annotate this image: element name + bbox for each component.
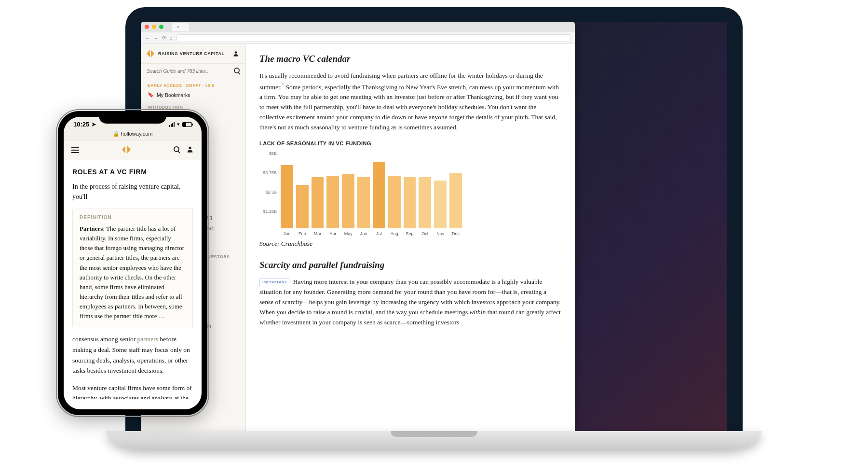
y-axis-labels: $5B$3.75B$2.5B$1.25B [259,151,277,228]
bar-Sep [404,177,416,228]
bar-Jan [281,165,293,228]
status-time: 10:25 [73,121,89,128]
card-label: DEFINITION [80,215,186,220]
search-input[interactable] [147,69,234,74]
phone-notch [99,111,166,124]
bar-Apr [326,176,339,228]
address-bar[interactable] [176,34,571,42]
bookmark-icon: 🔖 [148,92,154,98]
phone-app-bar [64,140,202,160]
minimize-window-icon[interactable] [152,25,156,29]
definition-card: DEFINITION Partners: The partner title h… [72,209,193,327]
sidebar-item-label: My Bookmarks [157,92,190,98]
article-paragraph: IMPORTANTHaving more interest in your co… [259,277,561,328]
bar-May [342,174,354,228]
article-content: The macro VC calendar It's usually recom… [246,44,575,432]
x-tick: Aug [388,231,401,236]
lock-icon: 🔒 [113,131,120,137]
back-icon[interactable]: ← [145,35,149,41]
sidebar-item-bookmarks[interactable]: 🔖 My Bookmarks [141,90,245,100]
battery-icon [182,122,192,127]
bar-Oct [419,177,431,228]
phone-screen: 10:25 ➤ ▾ 🔒 holloway.com ROLES [64,117,202,409]
text-run-italic: within [470,308,486,316]
bar-Jun [357,177,370,228]
article-paragraph: consensus among senior partners before m… [72,334,193,376]
location-icon: ➤ [91,121,96,128]
x-tick: Oct [419,231,431,236]
bar-Jul [373,162,385,228]
x-tick: Nov [434,231,447,236]
url-text: holloway.com [121,131,153,137]
home-icon[interactable]: ⌂ [170,35,173,41]
laptop-body: × ← → ⟳ ⌂ RAISING VENTURE CAP [125,7,743,432]
svg-point-0 [235,51,237,54]
x-tick: May [342,231,354,236]
x-tick: Jan [281,231,293,236]
brand[interactable]: RAISING VENTURE CAPITAL [147,50,225,57]
browser-tab[interactable]: × [172,23,189,31]
x-tick: Apr [326,231,339,236]
search-icon[interactable] [234,68,240,75]
x-axis-labels: JanFebMarAprMayJunJulAugSepOctNovDec [281,231,462,236]
article-heading: The macro VC calendar [259,54,561,64]
holloway-logo-icon [147,50,154,57]
text-run: : The partner title has a lot of variabi… [80,225,184,320]
bar-Nov [434,181,447,228]
y-tick: $5B [269,151,277,156]
phone-article: ROLES AT A VC FIRM In the process of rai… [64,160,202,399]
text-strong: Partners [80,225,103,232]
x-tick: Feb [296,231,309,236]
y-tick: $2.5B [265,190,277,195]
text-run: consensus among senior [72,335,137,343]
x-tick: Jun [357,231,370,236]
article-heading: ROLES AT A VC FIRM [72,168,193,176]
chart-source: Source: Crunchbase [259,239,561,249]
wifi-icon: ▾ [177,121,180,127]
x-tick: Sep [404,231,416,236]
account-icon[interactable] [186,145,194,155]
maximize-window-icon[interactable] [159,25,163,29]
close-window-icon[interactable] [145,25,149,29]
y-tick: $3.75B [263,170,277,175]
article-paragraph: It's usually recommended to avoid fundra… [259,71,561,133]
sidebar-search[interactable] [141,64,245,79]
card-body: Partners: The partner title has a lot of… [80,224,186,321]
bar-chart: $5B$3.75B$2.5B$1.25B JanFebMarAprMayJunJ… [259,151,462,236]
bar-Dec [449,173,462,228]
browser-tab-bar: × [141,22,575,32]
phone-mockup: 10:25 ➤ ▾ 🔒 holloway.com ROLES [58,111,207,415]
chart-bars [281,151,462,228]
bar-Mar [312,177,324,228]
phone-url-bar[interactable]: 🔒 holloway.com [64,130,202,140]
article-heading-2: Scarcity and parallel fundraising [259,260,561,270]
signal-icon [169,122,175,127]
account-icon[interactable] [232,50,240,57]
guide-title: RAISING VENTURE CAPITAL [158,51,225,56]
browser-toolbar: ← → ⟳ ⌂ [141,32,575,44]
reload-icon[interactable]: ⟳ [162,35,166,41]
forward-icon[interactable]: → [153,35,158,41]
bar-Feb [296,185,309,228]
x-tick: Jul [373,231,385,236]
sidebar-header: RAISING VENTURE CAPITAL [141,44,245,64]
x-tick: Dec [449,231,462,236]
x-tick: Mar [312,231,324,236]
article-lead: In the process of raising venture capita… [72,182,193,202]
y-tick: $1.25B [263,209,277,214]
inline-link[interactable]: partners [137,335,158,343]
laptop-screen: × ← → ⟳ ⌂ RAISING VENTURE CAP [141,22,727,432]
desktop-wallpaper [575,22,727,432]
chart-title: LACK OF SEASONALITY IN VC FUNDING [259,140,561,146]
important-badge: IMPORTANT [259,279,290,286]
holloway-logo-icon[interactable] [122,146,131,154]
text-run: Some periods, especially the Thanksgivin… [259,83,559,131]
bar-Aug [388,176,401,228]
laptop-base [106,431,762,450]
laptop-hinge-notch [391,431,477,437]
draft-label: EARLY ACCESS · DRAFT · v0.6 [141,79,245,90]
article-paragraph: Most venture capital firms have some for… [72,383,193,399]
svg-point-1 [189,147,191,149]
search-icon[interactable] [174,145,179,155]
menu-icon[interactable] [71,147,79,153]
